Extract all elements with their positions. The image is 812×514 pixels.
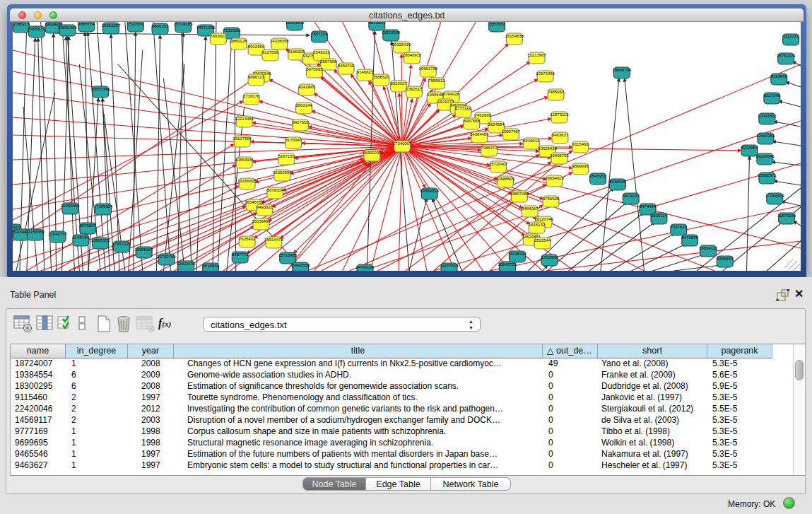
- graph-node[interactable]: 2935114: [651, 213, 667, 224]
- graph-node[interactable]: 2522544: [534, 238, 551, 249]
- graph-node[interactable]: 11675334: [777, 213, 796, 224]
- graph-node[interactable]: 13218506: [382, 30, 401, 41]
- column-header-6[interactable]: pagerank: [707, 344, 772, 358]
- function-builder-icon[interactable]: f(x): [158, 317, 171, 329]
- graph-node[interactable]: 10807487: [502, 129, 521, 140]
- graph-node[interactable]: 16961758: [419, 66, 438, 77]
- graph-node[interactable]: 17016504: [765, 193, 784, 204]
- graph-node[interactable]: 18300295: [363, 150, 382, 161]
- graph-node[interactable]: 9899695: [572, 163, 589, 175]
- graph-node[interactable]: 1883774: [78, 22, 95, 32]
- graph-node[interactable]: 5875685: [306, 66, 323, 78]
- table-row[interactable]: 977716911998Corpus callosum shape and si…: [11, 426, 792, 438]
- graph-node[interactable]: 9127508: [262, 49, 279, 61]
- graph-node[interactable]: 19166825: [237, 178, 257, 189]
- graph-node[interactable]: 10958167: [134, 247, 153, 258]
- graph-node[interactable]: 8813054: [369, 22, 386, 30]
- memory-status-icon[interactable]: [783, 497, 795, 509]
- tab-node-table[interactable]: Node Table: [302, 477, 366, 491]
- graph-node[interactable]: 20053346: [91, 86, 110, 98]
- new-document-icon[interactable]: [95, 315, 112, 337]
- graph-node[interactable]: 7857224: [311, 31, 328, 42]
- graph-node[interactable]: 16053809: [286, 22, 305, 30]
- graph-node[interactable]: 17957225: [112, 241, 131, 252]
- table-vertical-scrollbar[interactable]: [793, 344, 805, 475]
- graph-node[interactable]: 17240007: [393, 141, 412, 152]
- graph-node[interactable]: 9329966: [771, 74, 788, 85]
- graph-node[interactable]: 7632621: [671, 224, 688, 235]
- graph-node[interactable]: 9857771: [232, 252, 249, 263]
- graph-node[interactable]: 9484067: [522, 206, 539, 217]
- table-row[interactable]: 946554611997Estimation of the future num…: [11, 449, 792, 460]
- graph-node[interactable]: 12975115: [550, 112, 569, 123]
- column-header-1[interactable]: in_degree: [66, 344, 128, 358]
- graph-node[interactable]: 10688609: [496, 176, 515, 187]
- graph-node[interactable]: 2718176: [243, 93, 260, 105]
- table-row[interactable]: 946362711997Embryonic stem cells: a mode…: [11, 460, 792, 472]
- table-row[interactable]: 1830029562008Estimation of significance …: [11, 381, 792, 392]
- row-height-icon[interactable]: [78, 315, 86, 336]
- tab-network-table[interactable]: Network Table: [431, 477, 511, 491]
- graph-node[interactable]: 8471676: [682, 235, 699, 246]
- graph-node[interactable]: 9493822: [257, 204, 273, 216]
- table-row[interactable]: 1456911722003Disruption of a novel membe…: [11, 415, 792, 426]
- show-columns-icon[interactable]: [36, 315, 54, 336]
- graph-node[interactable]: 15720407: [489, 161, 508, 173]
- graph-node[interactable]: 9115460: [572, 141, 589, 153]
- graph-node[interactable]: 18107554: [233, 136, 252, 147]
- graph-node[interactable]: 10719185: [174, 22, 193, 33]
- table-row[interactable]: 2242004622012Investigating the contribut…: [11, 404, 792, 415]
- graph-node[interactable]: 16325419: [392, 42, 411, 53]
- graph-node[interactable]: 9860128: [230, 38, 247, 49]
- graph-node[interactable]: 9896121: [248, 74, 265, 86]
- graph-node[interactable]: 11156869: [26, 229, 45, 240]
- table-mode-icon[interactable]: [13, 315, 33, 336]
- graph-node[interactable]: 12213383: [235, 116, 254, 127]
- graph-node[interactable]: 1733426: [541, 255, 558, 266]
- column-header-4[interactable]: △ out_de…: [543, 344, 598, 358]
- graph-node[interactable]: 16210643: [755, 153, 775, 165]
- graph-node[interactable]: 12213967: [527, 52, 546, 64]
- graph-node[interactable]: 9518834: [202, 263, 219, 271]
- graph-node[interactable]: 1588520: [373, 74, 390, 86]
- graph-node[interactable]: 8427552: [292, 119, 309, 131]
- graph-node[interactable]: 10654112: [699, 245, 718, 257]
- delete-trash-icon[interactable]: [114, 315, 133, 337]
- graph-node[interactable]: 20206556: [61, 203, 80, 214]
- graph-node[interactable]: 8938925: [609, 179, 626, 190]
- graph-node[interactable]: 14136141: [508, 251, 527, 262]
- graph-node[interactable]: 10653287: [102, 23, 121, 34]
- graph-node[interactable]: 14226058: [270, 38, 289, 49]
- graph-node[interactable]: 18807289: [510, 191, 529, 202]
- table-row[interactable]: 911546021997Tourette syndrome. Phenomeno…: [11, 392, 792, 404]
- table-selector-combo[interactable]: citations_edges.txt ▲▼: [203, 317, 481, 332]
- graph-node[interactable]: 16039489: [252, 218, 271, 230]
- graph-node[interactable]: 1640951: [589, 173, 606, 185]
- table-row[interactable]: 1872400712008Changes of HCN gene express…: [11, 358, 792, 370]
- graph-node[interactable]: 7663822: [210, 33, 227, 45]
- graph-node[interactable]: 3170040: [286, 137, 302, 148]
- graph-node[interactable]: 9756928: [543, 196, 560, 207]
- scrollbar-thumb[interactable]: [795, 360, 804, 380]
- graph-node[interactable]: 5405571: [28, 26, 45, 37]
- graph-node[interactable]: 11672523: [440, 263, 459, 271]
- graph-node[interactable]: 9975887: [80, 223, 97, 234]
- window-titlebar[interactable]: citations_edges.txt: [10, 8, 804, 22]
- graph-node[interactable]: 24364456: [470, 132, 489, 143]
- graph-node[interactable]: 6497568: [464, 118, 481, 129]
- graph-node[interactable]: 7625402: [239, 236, 256, 247]
- graph-node[interactable]: 10973493: [536, 71, 555, 82]
- graph-node[interactable]: 9242845: [298, 84, 315, 95]
- column-header-5[interactable]: short: [598, 344, 707, 358]
- float-window-icon[interactable]: [776, 289, 790, 302]
- delete-table-icon[interactable]: [136, 315, 155, 336]
- close-panel-icon[interactable]: ✕: [794, 287, 804, 300]
- graph-node[interactable]: 1362615: [406, 86, 423, 98]
- graph-node[interactable]: 2803144: [295, 103, 312, 114]
- graph-node[interactable]: 9146821: [357, 69, 374, 81]
- graph-node[interactable]: 1088217: [13, 22, 30, 33]
- graph-node[interactable]: 16914479: [264, 237, 283, 248]
- graph-node[interactable]: 18640910: [403, 52, 422, 64]
- graph-node[interactable]: 1145194: [73, 235, 89, 246]
- column-header-2[interactable]: year: [128, 344, 174, 358]
